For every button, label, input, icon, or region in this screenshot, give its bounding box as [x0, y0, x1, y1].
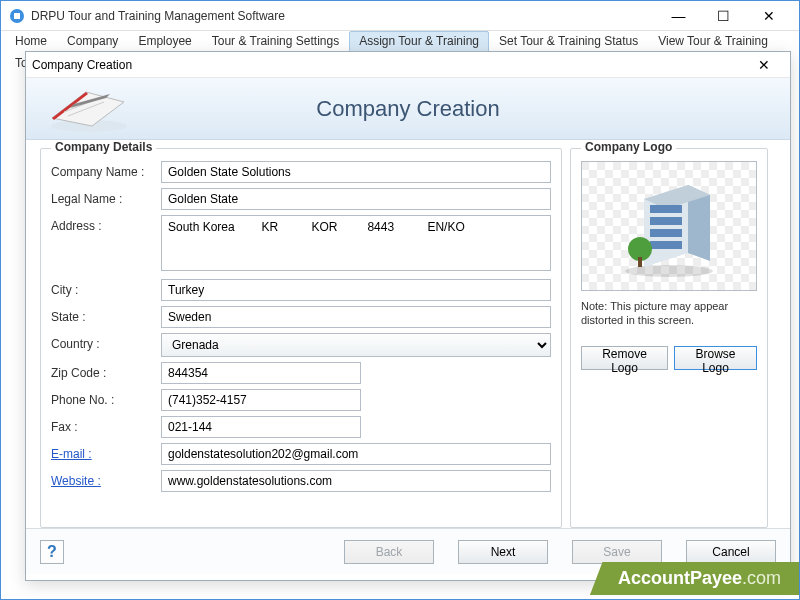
svg-rect-14: [638, 257, 642, 267]
label-legal-name: Legal Name :: [51, 188, 161, 206]
label-website[interactable]: Website :: [51, 470, 161, 488]
minimize-button[interactable]: —: [656, 2, 701, 30]
company-logo-legend: Company Logo: [581, 140, 676, 154]
phone-input[interactable]: [161, 389, 361, 411]
label-city: City :: [51, 279, 161, 297]
remove-logo-button[interactable]: Remove Logo: [581, 346, 668, 370]
menu-company[interactable]: Company: [57, 31, 128, 53]
legal-name-input[interactable]: [161, 188, 551, 210]
watermark: AccountPayee.com: [590, 562, 799, 595]
dialog-titlebar: Company Creation ✕: [26, 52, 790, 78]
building-icon: [614, 171, 724, 281]
help-button[interactable]: ?: [40, 540, 64, 564]
country-select[interactable]: Grenada: [161, 333, 551, 357]
svg-rect-1: [14, 13, 20, 19]
menu-set-status[interactable]: Set Tour & Training Status: [489, 31, 648, 53]
dialog-header-title: Company Creation: [316, 96, 499, 122]
notebook-icon: [44, 84, 134, 134]
save-button[interactable]: Save: [572, 540, 662, 564]
label-phone: Phone No. :: [51, 389, 161, 407]
svg-rect-10: [650, 217, 682, 225]
window-controls: — ☐ ✕: [656, 2, 791, 30]
svg-rect-12: [650, 241, 682, 249]
logo-preview: [581, 161, 757, 291]
main-window-title: DRPU Tour and Training Management Softwa…: [31, 9, 656, 23]
company-logo-fieldset: Company Logo Note:: [570, 148, 768, 528]
logo-note: Note: This picture may appear distorted …: [581, 299, 757, 328]
dialog-title: Company Creation: [32, 58, 744, 72]
label-fax: Fax :: [51, 416, 161, 434]
company-details-fieldset: Company Details Company Name : Legal Nam…: [40, 148, 562, 528]
menu-home[interactable]: Home: [5, 31, 57, 53]
main-menu: Home Company Employee Tour & Training Se…: [1, 31, 799, 53]
company-details-legend: Company Details: [51, 140, 156, 154]
back-button[interactable]: Back: [344, 540, 434, 564]
main-titlebar: DRPU Tour and Training Management Softwa…: [1, 1, 799, 31]
fax-input[interactable]: [161, 416, 361, 438]
website-input[interactable]: [161, 470, 551, 492]
menu-tour-training-settings[interactable]: Tour & Training Settings: [202, 31, 349, 53]
next-button[interactable]: Next: [458, 540, 548, 564]
label-email[interactable]: E-mail :: [51, 443, 161, 461]
state-input[interactable]: [161, 306, 551, 328]
main-window: DRPU Tour and Training Management Softwa…: [0, 0, 800, 600]
dialog-body: Company Details Company Name : Legal Nam…: [26, 140, 790, 528]
email-input[interactable]: [161, 443, 551, 465]
maximize-button[interactable]: ☐: [701, 2, 746, 30]
cancel-button[interactable]: Cancel: [686, 540, 776, 564]
label-state: State :: [51, 306, 161, 324]
watermark-suffix: .com: [742, 568, 781, 588]
dialog-header: Company Creation: [26, 78, 790, 140]
label-zip: Zip Code :: [51, 362, 161, 380]
label-address: Address :: [51, 215, 161, 233]
address-input[interactable]: South Korea KR KOR 8443 EN/KO: [161, 215, 551, 271]
watermark-brand: AccountPayee: [618, 568, 742, 588]
label-company-name: Company Name :: [51, 161, 161, 179]
menu-employee[interactable]: Employee: [128, 31, 201, 53]
close-button[interactable]: ✕: [746, 2, 791, 30]
dialog-close-button[interactable]: ✕: [744, 57, 784, 73]
svg-rect-11: [650, 229, 682, 237]
label-country: Country :: [51, 333, 161, 351]
company-name-input[interactable]: [161, 161, 551, 183]
svg-rect-9: [650, 205, 682, 213]
menu-view-tour-training[interactable]: View Tour & Training: [648, 31, 778, 53]
city-input[interactable]: [161, 279, 551, 301]
company-creation-dialog: Company Creation ✕ Company Creation Comp…: [25, 51, 791, 581]
menu-assign-tour-training[interactable]: Assign Tour & Training: [349, 31, 489, 53]
app-icon: [9, 8, 25, 24]
browse-logo-button[interactable]: Browse Logo: [674, 346, 757, 370]
zip-input[interactable]: [161, 362, 361, 384]
